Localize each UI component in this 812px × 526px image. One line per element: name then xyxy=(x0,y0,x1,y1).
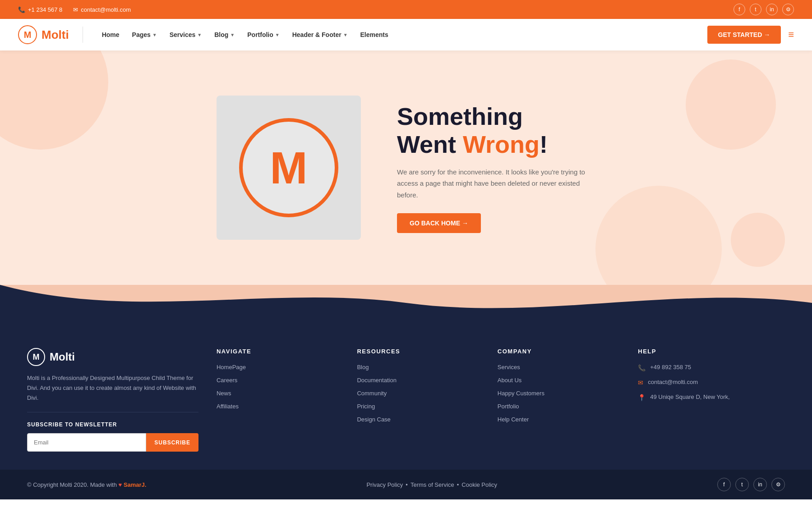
portfolio-chevron: ▼ xyxy=(275,32,280,37)
location-help-icon: 📍 xyxy=(638,394,646,401)
logo-text: Molti xyxy=(42,28,69,42)
pages-chevron: ▼ xyxy=(152,32,157,37)
footer-settings-icon[interactable]: ⚙ xyxy=(771,478,785,491)
resources-title: RESOURCES xyxy=(357,348,479,355)
footer-top: M Molti Molti is a Professionally Design… xyxy=(27,348,785,470)
bg-circle-4 xyxy=(731,213,785,267)
footer-link-homepage[interactable]: HomePage xyxy=(217,364,339,370)
hero-logo-circle: M xyxy=(239,118,338,217)
header-footer-chevron: ▼ xyxy=(343,32,348,37)
footer-link-blog[interactable]: Blog xyxy=(357,364,479,370)
heart-icon: ♥ xyxy=(119,481,124,488)
footer-description: Molti is a Professionally Designed Multi… xyxy=(27,373,198,403)
nav-home[interactable]: Home xyxy=(97,27,125,42)
footer-link-design-case[interactable]: Design Case xyxy=(357,416,479,423)
footer-link-happy-customers[interactable]: Happy Customers xyxy=(498,390,620,397)
company-title: COMPANY xyxy=(498,348,620,355)
footer-bottom-links: Privacy Policy • Terms of Service • Cook… xyxy=(366,481,497,488)
terms-of-service-link[interactable]: Terms of Service xyxy=(411,481,454,488)
bg-circle-2 xyxy=(686,59,776,150)
footer-link-help-center[interactable]: Help Center xyxy=(498,416,620,423)
email-contact: ✉ contact@molti.com xyxy=(73,6,131,13)
navbar-left: M Molti Home Pages ▼ Services ▼ Blog ▼ P… xyxy=(18,25,394,44)
hero-title-exclaim: ! xyxy=(540,131,548,158)
subscribe-button[interactable]: SUBSCRIBE xyxy=(146,433,198,452)
nav-links: Home Pages ▼ Services ▼ Blog ▼ Portfolio… xyxy=(97,27,394,42)
footer-help-column: HELP 📞 +49 892 358 75 ✉ contact@molti.co… xyxy=(638,348,785,452)
nav-header-footer[interactable]: Header & Footer ▼ xyxy=(287,27,353,42)
subscribe-email-input[interactable] xyxy=(27,433,146,452)
footer-bottom: © Copyright Molti 2020. Made with ♥ Sama… xyxy=(0,470,812,499)
nav-pages[interactable]: Pages ▼ xyxy=(127,27,162,42)
wave-svg xyxy=(0,285,812,321)
help-title: HELP xyxy=(638,348,785,355)
logo[interactable]: M Molti xyxy=(18,25,69,44)
hero-title: Something Went Wrong! xyxy=(397,102,595,158)
footer-link-portfolio[interactable]: Portfolio xyxy=(498,403,620,410)
privacy-policy-link[interactable]: Privacy Policy xyxy=(366,481,403,488)
get-started-button[interactable]: GET STARTED → xyxy=(707,26,781,44)
hero-subtitle: We are sorry for the inconvenience. It l… xyxy=(397,166,595,201)
phone-contact: 📞 +1 234 567 8 xyxy=(18,6,62,13)
top-bar: 📞 +1 234 567 8 ✉ contact@molti.com f t i… xyxy=(0,0,812,19)
settings-icon[interactable]: ⚙ xyxy=(782,4,794,15)
footer-link-about-us[interactable]: About Us xyxy=(498,377,620,384)
footer-social-icons: f t in ⚙ xyxy=(717,478,785,491)
hero-title-something: Something xyxy=(397,103,523,130)
footer-logo: M Molti xyxy=(27,348,198,366)
nav-portfolio[interactable]: Portfolio ▼ xyxy=(242,27,285,42)
phone-icon: 📞 xyxy=(18,6,25,13)
phone-help-icon: 📞 xyxy=(638,364,646,371)
hamburger-menu[interactable]: ≡ xyxy=(788,29,794,41)
bg-circle-1 xyxy=(0,50,108,150)
made-by-link[interactable]: SamarJ. xyxy=(124,481,147,488)
footer-twitter-icon[interactable]: t xyxy=(735,478,749,491)
help-address: 📍 49 Uniqe Square D, New York, xyxy=(638,393,785,401)
footer-link-community[interactable]: Community xyxy=(357,390,479,397)
nav-blog[interactable]: Blog ▼ xyxy=(209,27,240,42)
footer-instagram-icon[interactable]: in xyxy=(753,478,767,491)
help-email-address: contact@molti.com xyxy=(648,379,698,385)
logo-m-icon: M xyxy=(24,30,32,40)
email-icon: ✉ xyxy=(73,6,78,13)
subscribe-label: SUBSCRIBE TO NEWSLETTER xyxy=(27,421,198,428)
email-address: contact@molti.com xyxy=(81,6,131,13)
footer-link-careers[interactable]: Careers xyxy=(217,377,339,384)
instagram-icon[interactable]: in xyxy=(766,4,778,15)
wave-section xyxy=(0,285,812,321)
subscribe-form: SUBSCRIBE xyxy=(27,433,198,452)
help-address-text: 49 Uniqe Square D, New York, xyxy=(650,393,729,400)
navbar-right: GET STARTED → ≡ xyxy=(707,26,794,44)
footer-brand-column: M Molti Molti is a Professionally Design… xyxy=(27,348,198,452)
footer-link-services[interactable]: Services xyxy=(498,364,620,370)
copyright-text: © Copyright Molti 2020. Made with xyxy=(27,481,117,488)
hero-logo-m: M xyxy=(270,145,307,190)
hero-text: Something Went Wrong! We are sorry for t… xyxy=(397,102,595,233)
footer-link-pricing[interactable]: Pricing xyxy=(357,403,479,410)
hero-content: M Something Went Wrong! We are sorry for… xyxy=(158,96,654,240)
footer-link-news[interactable]: News xyxy=(217,390,339,397)
hero-section: M Something Went Wrong! We are sorry for… xyxy=(0,50,812,285)
facebook-icon[interactable]: f xyxy=(734,4,745,15)
separator-2: • xyxy=(457,481,459,488)
nav-divider xyxy=(83,27,83,43)
footer-copyright: © Copyright Molti 2020. Made with ♥ Sama… xyxy=(27,481,146,488)
hero-title-wrong: Wrong xyxy=(463,131,540,158)
footer-link-documentation[interactable]: Documentation xyxy=(357,377,479,384)
twitter-icon[interactable]: t xyxy=(750,4,761,15)
footer-resources-column: RESOURCES Blog Documentation Community P… xyxy=(357,348,479,452)
services-chevron: ▼ xyxy=(197,32,202,37)
footer-facebook-icon[interactable]: f xyxy=(717,478,731,491)
top-bar-social: f t in ⚙ xyxy=(734,4,794,15)
cookie-policy-link[interactable]: Cookie Policy xyxy=(461,481,497,488)
nav-elements[interactable]: Elements xyxy=(355,27,394,42)
footer-navigate-column: NAVIGATE HomePage Careers News Affiliate… xyxy=(217,348,339,452)
footer-link-affiliates[interactable]: Affiliates xyxy=(217,403,339,410)
nav-services[interactable]: Services ▼ xyxy=(164,27,208,42)
help-phone: 📞 +49 892 358 75 xyxy=(638,364,785,371)
footer-divider xyxy=(27,412,198,412)
help-phone-number: +49 892 358 75 xyxy=(650,364,691,370)
navigate-title: NAVIGATE xyxy=(217,348,339,355)
go-back-home-button[interactable]: GO BACK HOME → xyxy=(397,213,481,233)
logo-circle: M xyxy=(18,25,37,44)
